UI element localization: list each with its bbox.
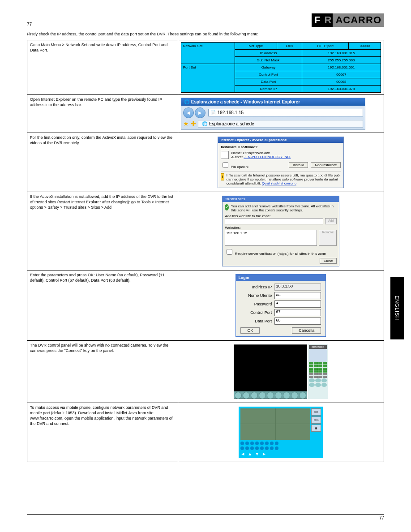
cport-label: Control Port	[235, 71, 302, 78]
ts-remove-button[interactable]: Remove	[319, 230, 337, 246]
net-type-label: Net Type	[235, 42, 277, 49]
activex-risk-link[interactable]: Quali rischi si corrono	[262, 181, 296, 185]
ie-addfav-icon[interactable]: ✚	[191, 120, 196, 127]
ip-label: IP address	[235, 49, 302, 56]
net-section1: Network Set	[181, 42, 235, 64]
ie-fav-icon[interactable]: ★	[183, 120, 189, 127]
mobile-channel-dots[interactable]	[240, 442, 321, 445]
ie-tab[interactable]: 🌐 Esplorazione a schede	[198, 120, 364, 128]
ts-require-https-label: Require server verification (https:) for…	[235, 252, 326, 256]
mobile-nav-arrows[interactable]: ◄▲▼►	[240, 451, 321, 456]
ie-window: 🌐 Esplorazione a schede - Windows Intern…	[181, 98, 366, 130]
activex-title: Internet Explorer - avviso di protezione	[218, 137, 343, 143]
activex-more-label: Più opzioni	[231, 165, 248, 169]
ie-title-text: Esplorazione a schede - Windows Internet…	[191, 99, 300, 104]
mobile-channel-dots-2[interactable]	[240, 446, 321, 450]
login-pass-label: Password	[240, 302, 272, 306]
login-cport-label: Control Port	[240, 310, 272, 315]
ts-sites-list[interactable]: 192.168.1.15	[225, 230, 317, 246]
remote-ptz-pad[interactable]	[309, 349, 327, 362]
step3-text: For the first connection only, confirm t…	[30, 135, 175, 146]
net-type-value: LAN	[277, 42, 302, 49]
login-cport-input[interactable]: 67	[274, 309, 321, 316]
remoteip-label: Remote IP	[235, 85, 302, 92]
page-number-bottom: 77	[379, 515, 384, 520]
login-ip-label: Indirizzo IP	[240, 285, 272, 289]
activex-author-link[interactable]: JEN-PU TECHNOLOGY INC.	[244, 155, 291, 159]
http-port-value: 00080	[349, 42, 381, 49]
login-pass-input[interactable]: ●	[274, 300, 321, 308]
ie-address-value: 192.168.1.15	[218, 110, 244, 115]
activex-name-value: LtPlayerWeb.ocx	[243, 151, 270, 155]
ts-add-input[interactable]	[225, 218, 323, 224]
remoteip-value: 192.168.001.078	[302, 85, 381, 92]
subnet-value: 255.255.255.000	[302, 56, 381, 64]
login-user-input[interactable]: aa	[274, 292, 321, 299]
step7-text: To make access via mobile phone, configu…	[30, 405, 175, 427]
login-title: Login	[236, 275, 325, 281]
cport-value: 00067	[302, 71, 381, 78]
remote-bottom-toolbar[interactable]	[234, 391, 307, 399]
remote-panel-logo: FRACARRO	[309, 345, 327, 349]
ts-add-button[interactable]: Add	[325, 218, 337, 224]
login-ip-value: 10.3.1.50	[274, 283, 321, 291]
ip-value: 192.168.001.015	[302, 49, 381, 56]
ts-title: Trusted sites	[223, 196, 339, 202]
ie-address-field[interactable]: 📄 192.168.1.15	[208, 109, 364, 116]
step6-text: The DVR control panel will be shown with…	[30, 343, 175, 353]
mobile-client-window: OK Ch1 ▦ ◄▲▼►	[239, 407, 323, 458]
language-side-tab: ENGLISH	[390, 277, 404, 339]
ts-require-https-checkbox[interactable]	[227, 249, 232, 255]
mobile-split-button[interactable]: ▦	[311, 425, 321, 432]
http-port-label: HTTP port	[302, 42, 349, 49]
ts-close-button[interactable]: Close	[320, 258, 337, 264]
mobile-ch1-button[interactable]: Ch1	[311, 416, 321, 424]
page-number-top: 77	[27, 22, 32, 27]
arrow-down-icon[interactable]: ▼	[255, 451, 259, 456]
network-settings-table: Network Set Net Type LAN HTTP port 00080…	[181, 42, 381, 93]
mobile-video-grid[interactable]	[240, 408, 310, 440]
activex-dialog: Internet Explorer - avviso di protezione…	[218, 137, 344, 188]
login-dialog: Login Indirizzo IP10.3.1.50 Nome Utentea…	[235, 274, 326, 337]
ie-tab-label: Esplorazione a schede	[209, 121, 254, 126]
step5-text: Enter the parameters and press OK: User …	[30, 272, 175, 283]
remote-channel-grid[interactable]	[309, 362, 327, 373]
remote-status-grid	[309, 373, 327, 378]
login-dport-input[interactable]: 68	[274, 317, 321, 325]
activex-more-checkbox[interactable]	[223, 162, 228, 168]
ts-list-label: Websites:	[225, 226, 337, 230]
ie-title-bar: 🌐 Esplorazione a schede - Windows Intern…	[181, 98, 365, 106]
activex-name-label: Nome:	[231, 151, 242, 155]
login-ok-button[interactable]: OK	[240, 327, 260, 334]
remote-client-window: FRACARRO	[234, 344, 328, 399]
login-user-label: Nome Utente	[240, 293, 272, 298]
activex-question: Installare il software?	[221, 145, 341, 149]
step1-text: Go to Main Menu > Network Set and write …	[30, 42, 175, 53]
brand-logo: FRACARRO	[312, 13, 384, 27]
arrow-up-icon[interactable]: ▲	[248, 451, 252, 456]
gateway-value: 192.168.001.001	[302, 64, 381, 71]
ie-back-button[interactable]: ◄	[183, 107, 194, 118]
intro-text: Firstly check the IP address, the contro…	[27, 32, 384, 37]
steps-table: Go to Main Menu > Network Set and write …	[27, 40, 384, 462]
ie-fwd-button[interactable]: ►	[195, 107, 206, 118]
arrow-right-icon[interactable]: ►	[262, 451, 266, 456]
dport-label: Data Port	[235, 78, 302, 85]
net-section2: Port Set	[181, 64, 235, 92]
ts-description: You can add and remove websites from thi…	[231, 204, 337, 212]
login-cancel-button[interactable]: Cancella	[292, 327, 321, 334]
activex-app-icon	[221, 151, 229, 159]
dport-value: 00068	[302, 78, 381, 85]
remote-video-area[interactable]	[234, 344, 307, 399]
ts-check-icon: ✓	[225, 204, 228, 210]
ie-tab-icon: 🌐	[202, 121, 207, 126]
remote-control-buttons[interactable]	[309, 378, 327, 387]
activex-author-label: Autore:	[231, 155, 243, 159]
ts-add-label: Add this website to the zone:	[225, 214, 337, 218]
ie-icon: 🌐	[184, 99, 189, 104]
step4-text: If the ActiveX installation is not allow…	[30, 194, 175, 210]
arrow-left-icon[interactable]: ◄	[240, 451, 245, 456]
activex-noinstall-button[interactable]: Non installare	[311, 162, 341, 168]
mobile-ok-button[interactable]: OK	[311, 408, 321, 416]
activex-install-button[interactable]: Installa	[289, 162, 308, 168]
